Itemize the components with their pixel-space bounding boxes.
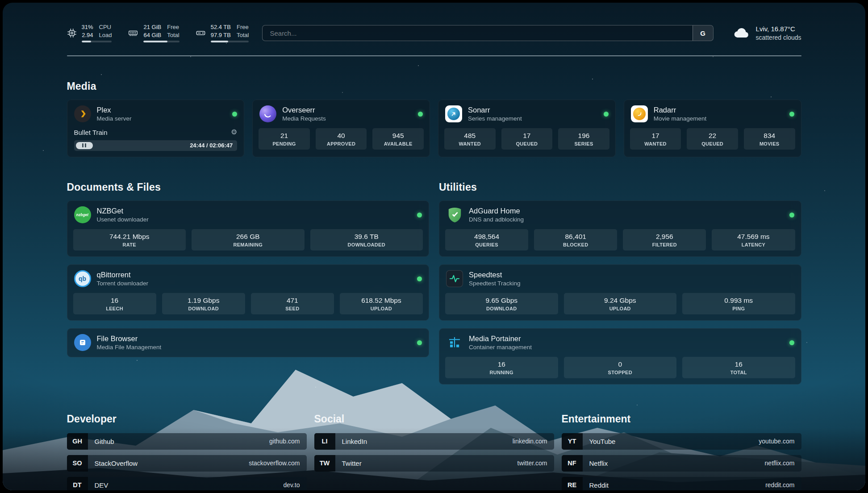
bookmarks-developer: Developer GH Github github.com SO StackO…: [67, 413, 307, 490]
service-name: AdGuard Home: [469, 206, 524, 216]
cpu-usage: 31%: [82, 24, 93, 31]
stat-available: 945 AVAILABLE: [372, 128, 424, 150]
disk-label-top: Free: [237, 24, 249, 31]
speedtest-icon: [446, 270, 463, 287]
bookmark-github[interactable]: GH Github github.com: [67, 433, 307, 450]
bookmark-twitter[interactable]: TW Twitter twitter.com: [314, 455, 554, 472]
overseerr-card[interactable]: Overseerr Media Requests 21 PENDING 40 A…: [252, 100, 430, 157]
plex-player-bar[interactable]: 24:44 / 02:06:47: [74, 140, 238, 151]
bookmark-name: Netflix: [589, 460, 608, 467]
qbittorrent-card[interactable]: qb qBittorrent Torrent downloader 16 LEE…: [67, 264, 430, 321]
bookmark-abbr: SO: [67, 455, 88, 472]
nzbget-card[interactable]: nzbget NZBGet Usenet downloader 744.21 M…: [67, 201, 430, 257]
bookmarks-social: Social LI LinkedIn linkedin.com TW Twitt…: [314, 413, 554, 490]
stat-queued: 22 QUEUED: [687, 128, 738, 150]
status-dot: [418, 112, 423, 117]
service-subtitle: Media File Management: [97, 343, 162, 351]
cpu-icon: [67, 28, 77, 38]
bookmark-name: YouTube: [589, 438, 616, 445]
bookmark-dev[interactable]: DT DEV dev.to: [67, 477, 307, 490]
service-subtitle: Container management: [469, 343, 532, 351]
bookmark-name: Reddit: [589, 481, 609, 489]
bookmark-abbr: GH: [67, 433, 88, 450]
bookmark-url: reddit.com: [765, 481, 794, 489]
service-subtitle: Media server: [97, 115, 132, 123]
status-dot: [604, 112, 609, 117]
adguard-card[interactable]: AdGuard Home DNS and adblocking 498,564 …: [439, 201, 801, 257]
playback-time: 24:44 / 02:06:47: [190, 142, 233, 149]
portainer-icon: [446, 334, 463, 351]
plex-card[interactable]: Plex Media server Bullet Train ⚙ 24:44 /…: [67, 100, 245, 157]
stat-filtered: 2,956 FILTERED: [623, 229, 706, 251]
bookmarks-title-social: Social: [314, 413, 554, 425]
bookmark-reddit[interactable]: RE Reddit reddit.com: [562, 477, 801, 490]
plex-icon: [74, 105, 91, 122]
bookmark-url: github.com: [269, 438, 300, 445]
stat-queued: 17 QUEUED: [501, 128, 553, 150]
bookmark-abbr: LI: [314, 433, 335, 450]
sonarr-card[interactable]: Sonarr Series management 485 WANTED 17 Q…: [438, 100, 616, 157]
bookmark-abbr: TW: [314, 455, 335, 472]
status-dot: [417, 340, 422, 345]
disk-icon: [196, 28, 206, 38]
sonarr-icon: [445, 105, 462, 122]
stat-pending: 21 PENDING: [259, 128, 310, 150]
service-subtitle: Series management: [468, 115, 522, 123]
service-name: Speedtest: [469, 270, 521, 280]
service-subtitle: Usenet downloader: [97, 216, 149, 224]
memory-progress-bar: [143, 41, 179, 42]
bookmark-youtube[interactable]: YT YouTube youtube.com: [562, 433, 801, 450]
radarr-card[interactable]: Radarr Movie management 17 WANTED 22 QUE…: [624, 100, 801, 157]
memory-icon: [128, 28, 138, 38]
media-grid: Plex Media server Bullet Train ⚙ 24:44 /…: [67, 100, 801, 157]
service-subtitle: DNS and adblocking: [469, 216, 524, 224]
gear-icon[interactable]: ⚙: [231, 129, 237, 136]
service-name: Media Portainer: [469, 334, 532, 343]
filebrowser-icon: [74, 334, 91, 351]
status-dot: [232, 112, 237, 117]
memory-label-bottom: Total: [167, 32, 179, 39]
service-subtitle: Movie management: [654, 115, 707, 123]
bookmarks-title-entertainment: Entertainment: [562, 413, 801, 425]
cpu-progress-bar: [82, 41, 112, 42]
bookmark-name: LinkedIn: [342, 438, 367, 445]
now-playing-title: Bullet Train: [74, 129, 108, 136]
utilities-column: Utilities: [439, 157, 801, 384]
bookmark-linkedin[interactable]: LI LinkedIn linkedin.com: [314, 433, 554, 450]
service-name: NZBGet: [97, 206, 149, 216]
radarr-icon: [631, 105, 648, 122]
adguard-icon: [446, 206, 463, 223]
memory-widget: 21 GiB Free 64 GiB Total: [128, 24, 179, 42]
stat-download: 1.19 Gbps DOWNLOAD: [162, 293, 245, 314]
filebrowser-card[interactable]: File Browser Media File Management: [67, 328, 430, 357]
portainer-card[interactable]: Media Portainer Container management 16 …: [439, 328, 801, 384]
stat-running: 16 RUNNING: [445, 357, 558, 378]
weather-location: Lviv, 16.87°C: [756, 25, 801, 33]
stat-latency: 47.569 ms LATENCY: [712, 229, 795, 251]
bookmark-name: Twitter: [342, 460, 362, 467]
bookmarks-section: Developer GH Github github.com SO StackO…: [67, 413, 801, 490]
bookmark-abbr: NF: [562, 455, 583, 472]
middle-columns: Documents & Files nzbget NZBGet Usenet d…: [67, 157, 801, 384]
section-title-media: Media: [67, 80, 801, 92]
search-input[interactable]: [263, 25, 692, 41]
bookmark-stackoverflow[interactable]: SO StackOverflow stackoverflow.com: [67, 455, 307, 472]
search-provider-button[interactable]: G: [693, 25, 713, 41]
bookmark-netflix[interactable]: NF Netflix netflix.com: [562, 455, 801, 472]
stat-queries: 498,564 QUERIES: [445, 229, 528, 251]
qbittorrent-icon: qb: [74, 270, 91, 287]
disk-progress-bar: [211, 41, 249, 42]
memory-label-top: Free: [167, 24, 179, 31]
service-subtitle: Speedtest Tracking: [469, 280, 521, 288]
cpu-load: 2.94: [82, 32, 93, 39]
stat-seed: 471 SEED: [251, 293, 334, 314]
bookmark-abbr: DT: [67, 477, 88, 490]
snow-specks: [3, 3, 4, 4]
status-dot: [417, 213, 422, 217]
pause-button[interactable]: [76, 142, 93, 149]
weather-condition: scattered clouds: [756, 33, 801, 42]
cpu-label-bottom: Load: [99, 32, 112, 39]
stat-approved: 40 APPROVED: [316, 128, 367, 150]
speedtest-card[interactable]: Speedtest Speedtest Tracking 9.65 Gbps D…: [439, 264, 801, 321]
bookmark-name: Github: [95, 438, 114, 445]
